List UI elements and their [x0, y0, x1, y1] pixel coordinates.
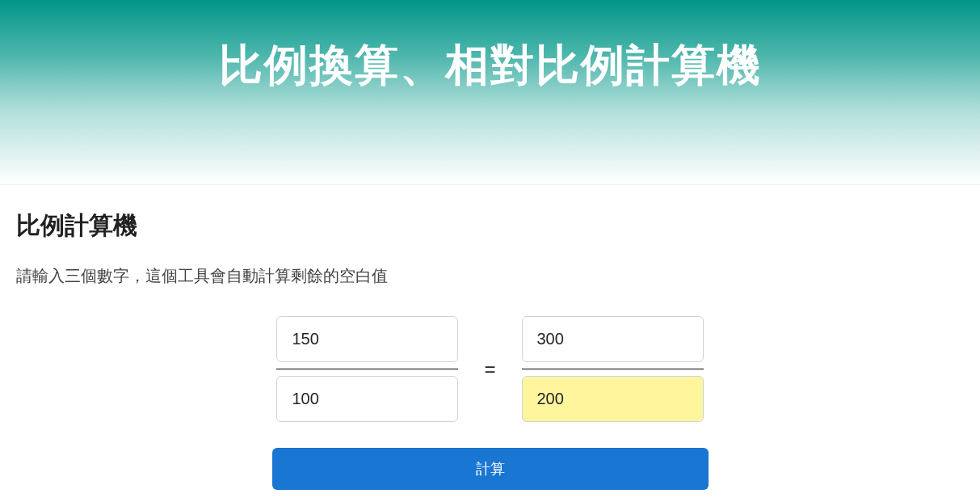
ratio-input-row: = — [272, 316, 709, 422]
section-title: 比例計算機 — [16, 209, 964, 243]
fraction-divider — [522, 369, 704, 369]
numerator-c-input[interactable] — [522, 316, 704, 362]
equals-sign: = — [481, 358, 498, 381]
denominator-d-input[interactable] — [522, 376, 704, 422]
denominator-b-input[interactable] — [276, 376, 458, 422]
right-fraction — [522, 316, 704, 422]
left-fraction — [276, 316, 458, 422]
numerator-a-input[interactable] — [276, 316, 458, 362]
page-title: 比例換算、相對比例計算機 — [16, 36, 964, 95]
calculate-button[interactable]: 計算 — [272, 448, 709, 490]
section-description: 請輸入三個數字，這個工具會自動計算剩餘的空白值 — [16, 265, 964, 287]
ratio-calculator: = 計算 — [272, 316, 709, 490]
fraction-divider — [276, 369, 458, 369]
page-header: 比例換算、相對比例計算機 — [0, 0, 980, 184]
main-content: 比例計算機 請輸入三個數字，這個工具會自動計算剩餘的空白值 = 計算 — [0, 184, 980, 502]
